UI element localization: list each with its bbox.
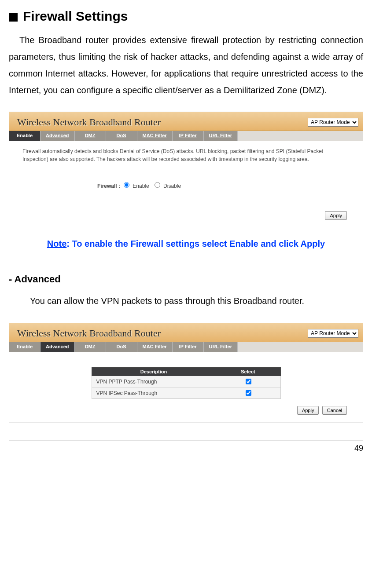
advanced-heading: - Advanced	[9, 274, 363, 285]
vpn-row-desc: VPN PPTP Pass-Through	[92, 376, 216, 387]
tab-advanced[interactable]: Advanced	[41, 342, 75, 352]
mode-select[interactable]: AP Router Mode	[308, 329, 358, 338]
firewall-enable-radio[interactable]	[124, 182, 129, 188]
note-word: Note	[47, 239, 66, 248]
tab-ip-filter[interactable]: IP Filter	[173, 131, 204, 141]
cancel-button[interactable]: Cancel	[322, 406, 347, 415]
router-title: Wireless Network Broadband Router	[17, 117, 161, 128]
tab-mac-filter[interactable]: MAC Filter	[137, 342, 173, 352]
th-select: Select	[216, 368, 280, 376]
router-header: Wireless Network Broadband Router AP Rou…	[9, 323, 363, 342]
tab-mac-filter[interactable]: MAC Filter	[137, 131, 173, 141]
vpn-table-wrap: Description Select VPN PPTP Pass-Through…	[22, 367, 350, 399]
apply-button[interactable]: Apply	[325, 211, 347, 220]
router-header: Wireless Network Broadband Router AP Rou…	[9, 112, 363, 131]
note-rest: : To enable the Firewall settings select…	[66, 239, 325, 248]
firewall-enable-label: Enable	[133, 183, 149, 189]
tab-dmz[interactable]: DMZ	[75, 131, 106, 141]
vpn-row-select-cell	[216, 387, 280, 399]
firewall-field-label: Firewall :	[97, 183, 120, 189]
table-row: VPN PPTP Pass-Through	[92, 376, 280, 387]
vpn-row-checkbox[interactable]	[246, 390, 251, 396]
note-line: Note: To enable the Firewall settings se…	[9, 239, 363, 249]
vpn-row-checkbox[interactable]	[246, 379, 251, 384]
tabbar: EnableAdvancedDMZDoSMAC FilterIP FilterU…	[9, 342, 363, 352]
button-bar: Apply Cancel	[22, 406, 350, 417]
firewall-description: Firewall automatically detects and block…	[22, 147, 350, 163]
advanced-intro: You can allow the VPN packets to pass th…	[30, 294, 363, 308]
heading-bullet-icon	[9, 13, 18, 22]
router-panel-enable: Wireless Network Broadband Router AP Rou…	[9, 112, 363, 228]
tab-enable[interactable]: Enable	[9, 131, 41, 141]
tab-advanced[interactable]: Advanced	[41, 131, 75, 141]
page-rule	[9, 441, 363, 441]
panel-body: Firewall automatically detects and block…	[9, 141, 363, 228]
tab-ip-filter[interactable]: IP Filter	[173, 342, 204, 352]
vpn-table: Description Select VPN PPTP Pass-Through…	[92, 367, 281, 399]
tab-enable[interactable]: Enable	[9, 342, 41, 352]
page-number: 49	[9, 444, 363, 453]
firewall-disable-label: Disable	[163, 183, 181, 189]
tab-url-filter[interactable]: URL Filter	[204, 131, 238, 141]
firewall-disable-radio[interactable]	[155, 182, 160, 188]
table-row: VPN IPSec Pass-Through	[92, 387, 280, 399]
button-bar: Apply	[22, 211, 350, 223]
tab-dmz[interactable]: DMZ	[75, 342, 106, 352]
intro-paragraph: The Broadband router provides extensive …	[9, 32, 363, 99]
vpn-row-select-cell	[216, 376, 280, 387]
apply-button[interactable]: Apply	[297, 406, 319, 415]
router-panel-advanced: Wireless Network Broadband Router AP Rou…	[9, 323, 363, 423]
tab-dos[interactable]: DoS	[106, 342, 137, 352]
tab-dos[interactable]: DoS	[106, 131, 137, 141]
tabbar: EnableAdvancedDMZDoSMAC FilterIP FilterU…	[9, 131, 363, 141]
th-description: Description	[92, 368, 216, 376]
tab-url-filter[interactable]: URL Filter	[204, 342, 238, 352]
heading-text: Firewall Settings	[23, 9, 128, 24]
panel-body: Description Select VPN PPTP Pass-Through…	[9, 352, 363, 423]
router-title: Wireless Network Broadband Router	[17, 328, 161, 339]
section-heading: Firewall Settings	[9, 9, 363, 24]
firewall-option-row: Firewall : Enable Disable	[97, 181, 350, 189]
mode-select[interactable]: AP Router Mode	[308, 118, 358, 127]
vpn-row-desc: VPN IPSec Pass-Through	[92, 387, 216, 399]
